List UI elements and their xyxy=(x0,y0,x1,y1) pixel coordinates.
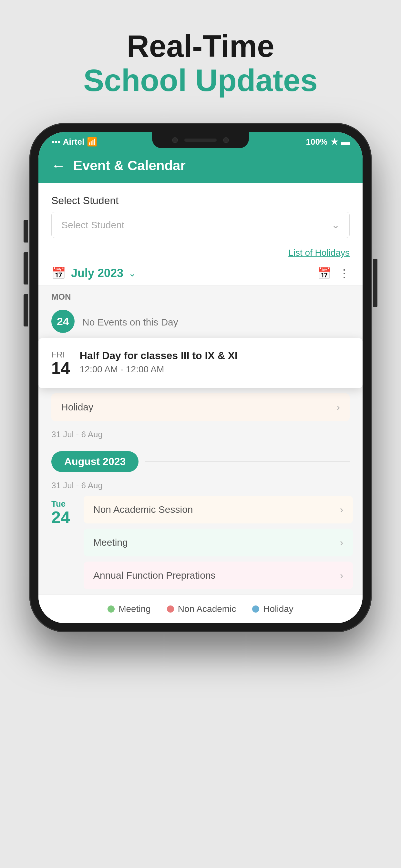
august-month-divider: August 2023 xyxy=(38,445,363,478)
holiday-date-range: 31 Jul - 6 Aug xyxy=(51,426,350,445)
signal-icon: ▪▪▪ xyxy=(51,137,60,147)
meeting-legend-label: Meeting xyxy=(119,604,151,614)
mute-button xyxy=(24,294,28,327)
aug-day-num: 24 xyxy=(51,509,84,526)
aug-day-label-col: Tue 24 xyxy=(38,496,84,526)
legend-holiday: Holiday xyxy=(252,604,293,614)
non-academic-arrow-icon: › xyxy=(340,504,343,515)
calendar-view-icon[interactable]: 📅 xyxy=(317,267,331,280)
aug-events-col: Non Academic Session › Meeting › Annual … xyxy=(84,496,363,594)
july-day-section: MON 24 No Events on this Day xyxy=(38,285,363,338)
day-circle: 24 xyxy=(51,310,74,333)
earpiece-speaker xyxy=(184,138,217,142)
non-academic-legend-dot xyxy=(167,606,174,613)
sensor xyxy=(223,137,229,143)
legend-non-academic: Non Academic xyxy=(167,604,236,614)
calendar-header: 📅 July 2023 ⌄ 📅 ⋮ xyxy=(38,261,363,285)
calendar-actions: 📅 ⋮ xyxy=(317,267,350,280)
back-button[interactable]: ← xyxy=(51,159,66,173)
august-label: August 2023 xyxy=(51,451,138,472)
select-student-label: Select Student xyxy=(51,195,350,207)
august-day-row: Tue 24 Non Academic Session › Meeting › … xyxy=(38,496,363,594)
calendar-month-selector[interactable]: 📅 July 2023 ⌄ xyxy=(51,267,136,280)
floating-event-info: Half Day for classes III to IX & XI 12:0… xyxy=(80,350,350,375)
status-bar-left: ▪▪▪ Airtel 📶 xyxy=(51,137,97,147)
floating-event-card: FRI 14 Half Day for classes III to IX & … xyxy=(38,338,363,388)
notch xyxy=(152,132,249,148)
non-academic-label: Non Academic Session xyxy=(93,504,193,515)
list-of-holidays-link[interactable]: List of Holidays xyxy=(288,248,350,258)
non-academic-legend-label: Non Academic xyxy=(178,604,236,614)
floating-event-date: FRI 14 xyxy=(51,350,70,376)
annual-arrow-icon: › xyxy=(340,570,343,581)
chevron-down-icon: ⌄ xyxy=(332,219,340,230)
legend-bar: Meeting Non Academic Holiday xyxy=(38,594,363,623)
floating-event-day: FRI xyxy=(51,350,70,360)
phone-screen: ▪▪▪ Airtel 📶 100% ★ ▬ ← Event & Calendar… xyxy=(38,132,363,623)
select-student-dropdown[interactable]: Select Student ⌄ xyxy=(51,212,350,238)
holiday-card-arrow-icon: › xyxy=(337,402,340,413)
front-camera xyxy=(172,137,178,143)
meeting-label: Meeting xyxy=(93,537,128,548)
no-events-text: No Events on this Day xyxy=(82,310,178,328)
meeting-arrow-icon: › xyxy=(340,537,343,548)
hero-section: Real-Time School Updates xyxy=(64,0,337,117)
battery-icon: ▬ xyxy=(341,137,350,147)
current-month: July 2023 xyxy=(71,267,123,280)
app-header-title: Event & Calendar xyxy=(73,158,186,174)
volume-up-button xyxy=(24,252,28,284)
calendar-icon: 📅 xyxy=(51,267,66,280)
holiday-card-label: Holiday xyxy=(61,402,93,413)
meeting-legend-dot xyxy=(107,606,115,613)
app-header: ← Event & Calendar xyxy=(38,151,363,183)
status-bar-right: 100% ★ ▬ xyxy=(306,137,350,147)
month-chevron-icon: ⌄ xyxy=(128,268,136,279)
carrier-name: Airtel xyxy=(63,137,84,147)
floating-event-num: 14 xyxy=(51,360,70,376)
select-student-section: Select Student Select Student ⌄ xyxy=(38,183,363,244)
day-row: 24 No Events on this Day xyxy=(51,305,350,338)
annual-function-card[interactable]: Annual Function Preprations › xyxy=(84,562,353,589)
holidays-link-section: List of Holidays xyxy=(38,244,363,261)
hero-title-line1: Real-Time xyxy=(83,29,317,63)
more-options-icon[interactable]: ⋮ xyxy=(339,267,350,280)
phone-shell: ▪▪▪ Airtel 📶 100% ★ ▬ ← Event & Calendar… xyxy=(29,123,372,632)
below-float-section: Holiday › 31 Jul - 6 Aug xyxy=(38,388,363,445)
annual-function-label: Annual Function Preprations xyxy=(93,570,216,581)
legend-meeting: Meeting xyxy=(107,604,151,614)
floating-event-title: Half Day for classes III to IX & XI xyxy=(80,350,350,362)
phone-wrapper: ▪▪▪ Airtel 📶 100% ★ ▬ ← Event & Calendar… xyxy=(29,123,372,632)
select-student-placeholder: Select Student xyxy=(61,220,124,230)
wifi-icon: 📶 xyxy=(87,137,97,147)
bluetooth-icon: ★ xyxy=(331,137,338,147)
power-button xyxy=(373,259,377,307)
battery-percent: 100% xyxy=(306,137,328,147)
holiday-legend-dot xyxy=(252,606,259,613)
aug-day-name: Tue xyxy=(51,499,84,509)
holiday-legend-label: Holiday xyxy=(263,604,293,614)
volume-down-button xyxy=(24,220,28,243)
august-date-range: 31 Jul - 6 Aug xyxy=(38,478,363,496)
floating-event-time: 12:00 AM - 12:00 AM xyxy=(80,364,350,375)
hero-title-line2: School Updates xyxy=(83,63,317,97)
meeting-card[interactable]: Meeting › xyxy=(84,529,353,556)
day-of-week-label: MON xyxy=(51,292,350,302)
holiday-event-card[interactable]: Holiday › xyxy=(51,393,350,421)
non-academic-card[interactable]: Non Academic Session › xyxy=(84,496,353,523)
divider-line xyxy=(145,461,350,462)
